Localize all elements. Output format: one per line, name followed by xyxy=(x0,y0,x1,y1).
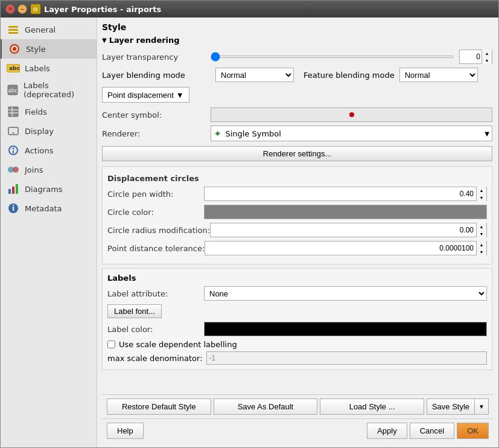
sidebar-item-style[interactable]: Style xyxy=(1,39,97,59)
circle-color-bar[interactable] xyxy=(204,205,487,219)
scale-checkbox[interactable] xyxy=(107,341,115,348)
save-style-arrow-button[interactable]: ▼ xyxy=(474,398,489,415)
blending-row: Layer blending mode Normal Lighten Scree… xyxy=(102,68,492,82)
sidebar-item-joins[interactable]: Joins xyxy=(1,160,97,179)
actions-icon xyxy=(7,144,20,157)
svg-rect-18 xyxy=(12,187,14,194)
circle-color-label: Circle color: xyxy=(107,208,204,217)
sidebar-item-actions[interactable]: Actions xyxy=(1,141,97,160)
right-panel: Style ▼ Layer rendering Layer transparen… xyxy=(97,18,498,447)
sidebar: General Style abc Labels xyxy=(1,18,97,447)
renderer-arrow: ▼ xyxy=(485,130,489,137)
layer-rendering-header[interactable]: ▼ Layer rendering xyxy=(102,36,492,45)
labels-icon: abc xyxy=(7,62,20,75)
sidebar-item-labels-deprecated[interactable]: abc Labels (deprecated) xyxy=(1,78,97,102)
load-style-button[interactable]: Load Style ... xyxy=(320,398,424,415)
apply-button[interactable]: Apply xyxy=(367,423,407,439)
max-scale-input: -1 xyxy=(206,351,487,365)
sidebar-item-labels[interactable]: abc Labels xyxy=(1,59,97,78)
display-icon xyxy=(7,124,20,138)
circle-pen-width-up[interactable]: ▲ xyxy=(477,187,486,194)
labels-section-header: Labels xyxy=(107,274,487,283)
point-distance-down[interactable]: ▼ xyxy=(477,248,486,255)
svg-rect-2 xyxy=(8,32,18,34)
transparency-up[interactable]: ▲ xyxy=(482,50,492,57)
center-symbol-bar[interactable] xyxy=(211,107,492,122)
circle-radius-up[interactable]: ▲ xyxy=(477,223,486,230)
renderer-value: Single Symbol xyxy=(225,129,281,138)
point-distance-up[interactable]: ▲ xyxy=(477,241,486,248)
circle-pen-width-down[interactable]: ▼ xyxy=(477,194,486,201)
layer-blending-select[interactable]: Normal Lighten Screen Darken Multiply xyxy=(215,68,294,82)
transparency-value[interactable]: 0 xyxy=(460,53,482,61)
diagrams-icon xyxy=(7,182,20,196)
collapse-icon: ▼ xyxy=(102,37,107,43)
circle-pen-width-input[interactable]: 0.40 xyxy=(205,190,476,198)
center-symbol-dot xyxy=(349,112,354,117)
restore-default-button[interactable]: Restore Default Style xyxy=(107,398,211,415)
circle-color-row: Circle color: xyxy=(107,205,487,219)
point-distance-spinbox: 0.0000100 ▲ ▼ xyxy=(205,241,487,255)
window-controls: ✕ − xyxy=(5,4,27,14)
label-color-bar[interactable] xyxy=(204,322,487,336)
svg-rect-0 xyxy=(8,26,18,28)
labels-label: Labels xyxy=(25,64,50,73)
style-buttons-row: Restore Default Style Save As Default Lo… xyxy=(102,395,494,419)
svg-point-4 xyxy=(13,47,16,51)
circle-radius-down[interactable]: ▼ xyxy=(477,230,486,237)
scale-label: Use scale dependent labelling xyxy=(119,340,237,349)
close-button[interactable]: ✕ xyxy=(5,4,15,14)
circle-radius-row: Circle radius modification: 0.00 ▲ ▼ xyxy=(107,223,487,237)
transparency-spinbox: 0 ▲ ▼ xyxy=(459,50,492,64)
circle-radius-label: Circle radius modification: xyxy=(107,226,210,235)
scale-checkbox-row: Use scale dependent labelling xyxy=(107,340,487,349)
label-attribute-select[interactable]: None xyxy=(204,286,487,301)
circle-radius-input[interactable]: 0.00 xyxy=(211,226,476,234)
action-left: Help xyxy=(107,423,144,439)
feature-blending-select[interactable]: Normal Lighten Screen Darken Multiply xyxy=(399,68,478,82)
cancel-button[interactable]: Cancel xyxy=(410,423,454,439)
style-label: Style xyxy=(26,45,46,54)
ok-button[interactable]: OK xyxy=(457,423,489,439)
circle-radius-arrows: ▲ ▼ xyxy=(476,223,486,237)
titlebar: ✕ − ⚙ Layer Properties - airports xyxy=(1,1,498,18)
feature-blending-label: Feature blending mode xyxy=(304,71,395,80)
svg-point-13 xyxy=(13,148,14,150)
save-style-button[interactable]: Save Style xyxy=(427,398,474,415)
style-icon xyxy=(8,42,21,56)
joins-label: Joins xyxy=(25,165,43,174)
label-font-button[interactable]: Label font... xyxy=(107,304,162,318)
point-distance-row: Point distance tolerance: 0.0000100 ▲ ▼ xyxy=(107,241,487,255)
point-distance-input[interactable]: 0.0000100 xyxy=(205,244,476,252)
layer-blending-label: Layer blending mode xyxy=(102,71,211,80)
main-window: ✕ − ⚙ Layer Properties - airports Genera… xyxy=(0,0,499,448)
svg-rect-7 xyxy=(8,107,18,117)
help-button[interactable]: Help xyxy=(107,423,144,439)
renderer-select[interactable]: ✦ Single Symbol ▼ xyxy=(211,126,492,141)
point-distance-label: Point distance tolerance: xyxy=(107,244,205,253)
circle-radius-spinbox: 0.00 ▲ ▼ xyxy=(210,223,487,237)
label-attribute-label: Label attribute: xyxy=(107,289,204,298)
svg-point-16 xyxy=(13,167,19,173)
renderer-row: Renderer: ✦ Single Symbol ▼ xyxy=(102,126,492,141)
diagrams-label: Diagrams xyxy=(25,185,63,194)
transparency-slider-container: 0 ▲ ▼ xyxy=(211,50,492,64)
renderer-dropdown-button[interactable]: Point displacement ▼ xyxy=(102,87,189,103)
circle-pen-width-row: Circle pen width: 0.40 ▲ ▼ xyxy=(107,187,487,201)
action-right: Apply Cancel OK xyxy=(367,423,489,439)
save-as-default-button[interactable]: Save As Default xyxy=(214,398,318,415)
sidebar-item-general[interactable]: General xyxy=(1,20,97,39)
renderer-settings-button[interactable]: Renderer settings... xyxy=(102,146,492,161)
sidebar-item-fields[interactable]: Fields xyxy=(1,102,97,121)
max-scale-label: max scale denominator: xyxy=(107,354,203,363)
labels-deprecated-label: Labels (deprecated) xyxy=(24,81,91,99)
sidebar-item-display[interactable]: Display xyxy=(1,121,97,141)
minimize-button[interactable]: − xyxy=(17,4,27,14)
svg-rect-19 xyxy=(16,184,18,194)
sidebar-item-diagrams[interactable]: Diagrams xyxy=(1,179,97,199)
sidebar-item-metadata[interactable]: i Metadata xyxy=(1,199,97,218)
metadata-icon: i xyxy=(7,202,20,215)
transparency-slider[interactable] xyxy=(211,56,454,58)
transparency-down[interactable]: ▼ xyxy=(482,57,492,64)
displacement-header: Displacement circles xyxy=(107,174,487,183)
